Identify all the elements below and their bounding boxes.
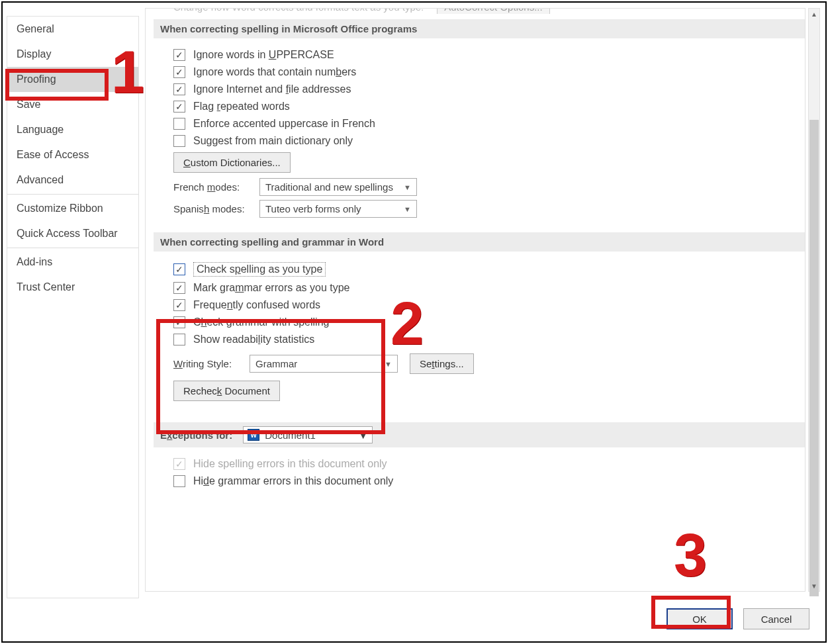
sidebar-item-general[interactable]: General <box>7 17 138 42</box>
label: Flag repeated words <box>193 101 290 113</box>
check-spelling-as-you-type[interactable]: Check spelling as you type <box>173 262 805 277</box>
check-suggest-main-dict[interactable]: Suggest from main dictionary only <box>173 135 805 147</box>
french-modes-select[interactable]: Traditional and new spellings ▼ <box>259 178 417 196</box>
check-mark-grammar[interactable]: Mark grammar errors as you type <box>173 282 805 294</box>
cancel-button[interactable]: Cancel <box>743 608 809 629</box>
check-readability-stats[interactable]: Show readability statistics <box>173 334 805 345</box>
check-enforce-accented[interactable]: Enforce accented uppercase in French <box>173 118 805 130</box>
select-value: Document1 <box>265 430 316 441</box>
sidebar-item-quick-access-toolbar[interactable]: Quick Access Toolbar <box>7 221 138 246</box>
recheck-document-button[interactable]: Recheck Document <box>173 381 280 401</box>
chevron-down-icon: ▼ <box>358 430 368 441</box>
writing-style-select[interactable]: Grammar ▼ <box>250 355 398 373</box>
truncated-top-row: Change how Word corrects and formats tex… <box>154 8 805 14</box>
checkbox-icon[interactable] <box>173 334 185 345</box>
word-document-icon: W <box>248 429 259 441</box>
check-hide-spelling-errors: Hide spelling errors in this document on… <box>173 458 805 470</box>
checkbox-icon[interactable] <box>173 101 185 113</box>
label: Suggest from main dictionary only <box>193 135 353 147</box>
label: Check spelling as you type <box>193 262 326 277</box>
checkbox-icon[interactable] <box>173 263 185 275</box>
section-header-spelling-office: When correcting spelling in Microsoft Of… <box>154 19 805 38</box>
settings-button[interactable]: Settings... <box>410 353 474 374</box>
divider <box>7 194 138 195</box>
label: Ignore words in UPPERCASE <box>193 49 334 61</box>
label: Ignore words that contain numbers <box>193 66 356 78</box>
spanish-modes-select[interactable]: Tuteo verb forms only ▼ <box>259 200 417 218</box>
dialog-buttons: OK Cancel <box>667 608 809 629</box>
chevron-down-icon: ▼ <box>404 183 411 191</box>
exceptions-header: Exceptions for: WDocument1 ▼ <box>154 422 805 447</box>
scroll-up-icon[interactable]: ▲ <box>809 9 819 19</box>
vertical-scrollbar[interactable]: ▲ ▼ <box>808 8 820 592</box>
sidebar-item-display[interactable]: Display <box>7 42 138 67</box>
autocorrect-options-button[interactable]: AutoCorrect Options... <box>437 8 549 14</box>
checkbox-icon[interactable] <box>173 282 185 294</box>
check-grammar-with-spelling[interactable]: Check grammar with spelling <box>173 316 805 328</box>
label: Show readability statistics <box>193 334 314 345</box>
checkbox-icon[interactable] <box>173 83 185 95</box>
checkbox-icon[interactable] <box>173 299 185 311</box>
sidebar-item-trust-center[interactable]: Trust Center <box>7 275 138 300</box>
label: Enforce accented uppercase in French <box>193 118 375 130</box>
scroll-thumb[interactable] <box>809 120 819 596</box>
label: Ignore Internet and file addresses <box>193 83 351 95</box>
exceptions-label: Exceptions for: <box>160 430 232 441</box>
select-value: Grammar <box>255 358 297 369</box>
checkbox-icon[interactable] <box>173 66 185 78</box>
select-value: Traditional and new spellings <box>265 181 393 193</box>
french-modes-label: French modes: <box>173 181 259 193</box>
sidebar-item-add-ins[interactable]: Add-ins <box>7 250 138 275</box>
sidebar: General Display Proofing Save Language E… <box>7 16 139 598</box>
check-ignore-internet[interactable]: Ignore Internet and file addresses <box>173 83 805 95</box>
ok-button[interactable]: OK <box>667 608 733 629</box>
checkbox-icon <box>173 458 185 470</box>
checkbox-icon[interactable] <box>173 475 185 487</box>
label: Frequently confused words <box>193 299 320 311</box>
chevron-down-icon: ▼ <box>385 360 392 368</box>
sidebar-item-save[interactable]: Save <box>7 92 138 117</box>
spanish-modes-label: Spanish modes: <box>173 203 259 214</box>
checkbox-icon[interactable] <box>173 118 185 130</box>
sidebar-item-proofing[interactable]: Proofing <box>7 67 138 92</box>
checkbox-icon[interactable] <box>173 49 185 61</box>
writing-style-label: Writing Style: <box>173 358 250 369</box>
check-flag-repeated[interactable]: Flag repeated words <box>173 101 805 113</box>
sidebar-item-language[interactable]: Language <box>7 117 138 142</box>
select-value: Tuteo verb forms only <box>265 203 361 214</box>
check-ignore-numbers[interactable]: Ignore words that contain numbers <box>173 66 805 78</box>
check-hide-grammar-errors[interactable]: Hide grammar errors in this document onl… <box>173 475 805 487</box>
truncated-text: Change how Word corrects and formats tex… <box>173 8 424 13</box>
section-header-spelling-word: When correcting spelling and grammar in … <box>154 232 805 252</box>
label: Hide grammar errors in this document onl… <box>193 475 393 487</box>
label: Mark grammar errors as you type <box>193 282 350 294</box>
scroll-down-icon[interactable]: ▼ <box>809 580 819 591</box>
sidebar-item-advanced[interactable]: Advanced <box>7 167 138 193</box>
main-panel: Change how Word corrects and formats tex… <box>145 8 805 592</box>
divider <box>7 248 138 248</box>
custom-dictionaries-button[interactable]: Custom Dictionaries... <box>173 152 291 173</box>
label: Check grammar with spelling <box>193 316 329 328</box>
chevron-down-icon: ▼ <box>404 205 411 213</box>
sidebar-item-ease-of-access[interactable]: Ease of Access <box>7 142 138 167</box>
check-frequently-confused[interactable]: Frequently confused words <box>173 299 805 311</box>
exceptions-document-select[interactable]: WDocument1 ▼ <box>243 426 373 443</box>
sidebar-item-customize-ribbon[interactable]: Customize Ribbon <box>7 196 138 221</box>
checkbox-icon[interactable] <box>173 135 185 147</box>
label: Hide spelling errors in this document on… <box>193 458 387 470</box>
checkbox-icon[interactable] <box>173 316 185 328</box>
check-ignore-uppercase[interactable]: Ignore words in UPPERCASE <box>173 49 805 61</box>
